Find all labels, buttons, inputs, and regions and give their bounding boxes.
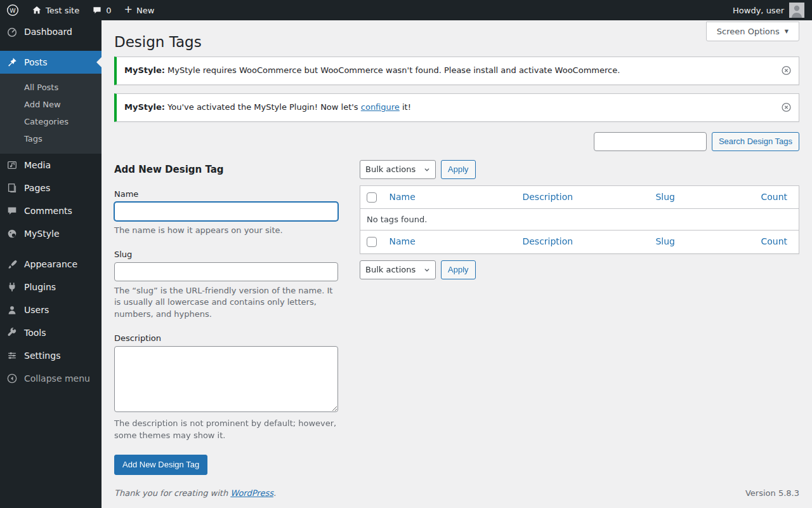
- submenu-item-tags[interactable]: Tags: [0, 130, 102, 147]
- sidebar-item-posts[interactable]: Posts: [0, 51, 102, 74]
- columns-layout: Add New Design Tag Name The name is how …: [114, 160, 799, 475]
- apply-button[interactable]: Apply: [441, 260, 476, 279]
- add-new-design-tag-button[interactable]: Add New Design Tag: [114, 455, 207, 475]
- menu-separator: [0, 245, 102, 253]
- table-header-row: Name Description Slug Count: [360, 185, 799, 209]
- sort-name-column[interactable]: Name: [390, 236, 416, 246]
- dismiss-notice-button[interactable]: [780, 64, 793, 77]
- select-all-checkbox[interactable]: [367, 237, 377, 247]
- wordpress-logo-menu[interactable]: W: [0, 0, 25, 20]
- sidebar-item-label: Comments: [24, 206, 72, 216]
- sidebar-item-pages[interactable]: Pages: [0, 177, 102, 199]
- wordpress-link[interactable]: WordPress: [230, 488, 273, 498]
- sidebar-item-tools[interactable]: Tools: [0, 321, 102, 344]
- sidebar-item-label: Users: [24, 305, 49, 315]
- account-menu[interactable]: Howdy, user: [733, 0, 812, 20]
- sidebar-item-plugins[interactable]: Plugins: [0, 276, 102, 298]
- comments-icon: [6, 204, 18, 217]
- sort-name-column[interactable]: Name: [390, 192, 416, 202]
- sort-slug-column[interactable]: Slug: [655, 236, 675, 246]
- bulk-actions-bottom: Bulk actions Apply: [360, 260, 799, 279]
- admin-footer: Thank you for creating with WordPress. V…: [102, 479, 812, 508]
- bulk-actions-top: Bulk actions Apply: [360, 160, 799, 179]
- tags-table: Name Description Slug Count No tags foun…: [360, 185, 799, 254]
- slug-help-text: The “slug” is the URL-friendly version o…: [114, 285, 338, 321]
- avatar-person-icon: [789, 3, 804, 18]
- site-name-link[interactable]: Test site: [25, 0, 86, 20]
- dismiss-notice-button[interactable]: [780, 101, 793, 114]
- sort-description-column[interactable]: Description: [522, 236, 573, 246]
- posts-submenu: All Posts Add New Categories Tags: [0, 74, 102, 154]
- sidebar-item-label: MyStyle: [24, 229, 60, 239]
- name-label: Name: [114, 189, 338, 199]
- description-help-text: The description is not prominent by defa…: [114, 418, 338, 442]
- apply-button[interactable]: Apply: [441, 160, 476, 179]
- submenu-item-categories[interactable]: Categories: [0, 113, 102, 130]
- collapse-menu-label: Collapse menu: [24, 373, 90, 384]
- new-content-link[interactable]: + New: [118, 0, 161, 20]
- empty-row: No tags found.: [360, 209, 799, 231]
- sidebar-item-settings[interactable]: Settings: [0, 344, 102, 367]
- sort-slug-column[interactable]: Slug: [655, 192, 675, 202]
- screen-options-toggle[interactable]: Screen Options ▼: [706, 22, 799, 41]
- configure-link[interactable]: configure: [361, 102, 400, 112]
- sidebar-item-label: Dashboard: [24, 27, 72, 37]
- submenu-item-add-new[interactable]: Add New: [0, 96, 102, 113]
- table-footer-row: Name Description Slug Count: [360, 231, 799, 254]
- dismiss-circle-x-icon: [781, 65, 792, 76]
- admin-bar: W Test site 0 + New Howdy, user: [0, 0, 812, 20]
- sidebar-item-mystyle[interactable]: MyStyle: [0, 222, 102, 245]
- page-wrap: Screen Options ▼ Design Tags MyStyle: My…: [102, 20, 812, 479]
- search-input[interactable]: [594, 132, 707, 151]
- page-title: Design Tags: [114, 33, 799, 51]
- comments-count: 0: [106, 6, 111, 15]
- bulk-actions-select[interactable]: Bulk actions: [360, 260, 436, 279]
- wordpress-logo-icon: W: [6, 4, 19, 17]
- search-design-tags-button[interactable]: Search Design Tags: [712, 132, 799, 151]
- sidebar-item-comments[interactable]: Comments: [0, 199, 102, 222]
- mystyle-icon: [6, 227, 18, 240]
- bulk-actions-select[interactable]: Bulk actions: [360, 160, 436, 179]
- menu-separator: [0, 43, 102, 51]
- slug-input[interactable]: [114, 262, 338, 281]
- plugins-icon: [6, 281, 18, 293]
- sidebar-item-appearance[interactable]: Appearance: [0, 253, 102, 276]
- howdy-text: Howdy, user: [733, 6, 784, 15]
- sidebar-item-users[interactable]: Users: [0, 298, 102, 321]
- sidebar-item-media[interactable]: Media: [0, 154, 102, 177]
- notice-text: MyStyle: MyStyle requires WooCommerce bu…: [124, 65, 771, 77]
- dismiss-circle-x-icon: [781, 102, 792, 113]
- name-help-text: The name is how it appears on your site.: [114, 225, 338, 237]
- name-field-group: Name The name is how it appears on your …: [114, 189, 338, 237]
- sidebar-item-label: Appearance: [24, 259, 77, 269]
- submenu-item-all-posts[interactable]: All Posts: [0, 79, 102, 96]
- notice-message: You've activated the MyStyle Plugin! Now…: [167, 102, 358, 112]
- sidebar-item-dashboard[interactable]: Dashboard: [0, 20, 102, 43]
- collapse-menu-button[interactable]: Collapse menu: [0, 367, 102, 390]
- sidebar-item-label: Plugins: [24, 282, 56, 292]
- sort-description-column[interactable]: Description: [522, 192, 573, 202]
- bulk-actions-select-wrap: Bulk actions: [360, 160, 436, 179]
- notice-prefix: MyStyle:: [124, 65, 165, 75]
- form-heading: Add New Design Tag: [114, 164, 338, 175]
- main-content: Screen Options ▼ Design Tags MyStyle: My…: [102, 0, 812, 508]
- add-tag-form: Add New Design Tag Name The name is how …: [114, 160, 338, 475]
- home-icon: [32, 5, 42, 15]
- svg-text:W: W: [10, 7, 16, 14]
- select-all-checkbox[interactable]: [367, 192, 377, 203]
- name-input[interactable]: [114, 202, 338, 221]
- site-name-label: Test site: [46, 6, 79, 15]
- comments-link[interactable]: 0: [86, 0, 117, 20]
- sort-count-column[interactable]: Count: [761, 236, 788, 246]
- description-label: Description: [114, 333, 338, 343]
- footer-thanks: Thank you for creating with WordPress.: [114, 488, 276, 498]
- sidebar-item-label: Pages: [24, 183, 50, 193]
- dashboard-icon: [6, 25, 18, 38]
- collapse-arrow-icon: [6, 372, 18, 385]
- notice-woocommerce-missing: MyStyle: MyStyle requires WooCommerce bu…: [114, 57, 799, 85]
- posts-icon: [6, 56, 18, 69]
- pages-icon: [6, 182, 18, 194]
- plus-icon: +: [124, 4, 133, 15]
- sort-count-column[interactable]: Count: [761, 192, 788, 202]
- description-textarea[interactable]: [114, 346, 338, 412]
